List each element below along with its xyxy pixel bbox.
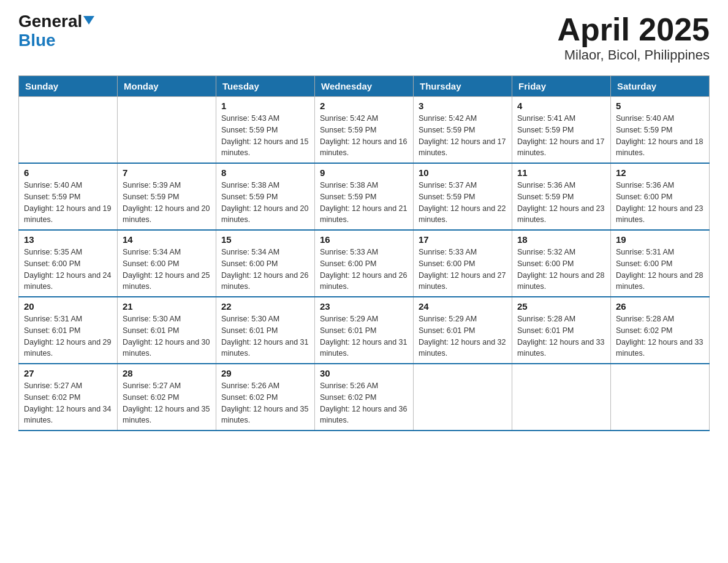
calendar-cell bbox=[512, 364, 611, 431]
day-number: 11 bbox=[517, 167, 605, 178]
day-number: 23 bbox=[320, 301, 408, 312]
day-number: 7 bbox=[123, 167, 211, 178]
calendar-header-tuesday: Tuesday bbox=[216, 76, 315, 97]
calendar-cell: 21Sunrise: 5:30 AMSunset: 6:01 PMDayligh… bbox=[118, 297, 216, 364]
day-number: 21 bbox=[123, 301, 211, 312]
page-title: April 2025 bbox=[557, 12, 710, 47]
day-info: Sunrise: 5:33 AMSunset: 6:00 PMDaylight:… bbox=[419, 247, 507, 293]
calendar-header-sunday: Sunday bbox=[19, 76, 118, 97]
calendar-cell: 23Sunrise: 5:29 AMSunset: 6:01 PMDayligh… bbox=[315, 297, 414, 364]
day-info: Sunrise: 5:27 AMSunset: 6:02 PMDaylight:… bbox=[123, 380, 211, 426]
calendar-cell: 1Sunrise: 5:43 AMSunset: 5:59 PMDaylight… bbox=[216, 97, 315, 164]
day-number: 5 bbox=[616, 101, 704, 111]
day-info: Sunrise: 5:34 AMSunset: 6:00 PMDaylight:… bbox=[123, 247, 211, 293]
day-info: Sunrise: 5:39 AMSunset: 5:59 PMDaylight:… bbox=[123, 180, 211, 226]
calendar-cell: 11Sunrise: 5:36 AMSunset: 5:59 PMDayligh… bbox=[512, 163, 611, 230]
calendar-cell: 15Sunrise: 5:34 AMSunset: 6:00 PMDayligh… bbox=[216, 230, 315, 297]
day-number: 1 bbox=[221, 101, 309, 111]
day-number: 6 bbox=[24, 167, 112, 178]
day-number: 10 bbox=[419, 167, 507, 178]
logo: General Blue bbox=[18, 12, 94, 50]
day-number: 24 bbox=[419, 301, 507, 312]
page-header: General Blue April 2025 Milaor, Bicol, P… bbox=[18, 12, 710, 63]
calendar-cell: 20Sunrise: 5:31 AMSunset: 6:01 PMDayligh… bbox=[19, 297, 118, 364]
day-info: Sunrise: 5:37 AMSunset: 5:59 PMDaylight:… bbox=[419, 180, 507, 226]
calendar-cell: 10Sunrise: 5:37 AMSunset: 5:59 PMDayligh… bbox=[414, 163, 512, 230]
day-number: 9 bbox=[320, 167, 408, 178]
calendar-cell: 12Sunrise: 5:36 AMSunset: 6:00 PMDayligh… bbox=[611, 163, 710, 230]
day-info: Sunrise: 5:40 AMSunset: 5:59 PMDaylight:… bbox=[24, 180, 112, 226]
calendar-cell: 3Sunrise: 5:42 AMSunset: 5:59 PMDaylight… bbox=[414, 97, 512, 164]
day-number: 26 bbox=[616, 301, 704, 312]
day-info: Sunrise: 5:41 AMSunset: 5:59 PMDaylight:… bbox=[517, 113, 605, 159]
calendar-cell: 25Sunrise: 5:28 AMSunset: 6:01 PMDayligh… bbox=[512, 297, 611, 364]
calendar-cell: 13Sunrise: 5:35 AMSunset: 6:00 PMDayligh… bbox=[19, 230, 118, 297]
day-number: 8 bbox=[221, 167, 309, 178]
day-number: 2 bbox=[320, 101, 408, 111]
day-info: Sunrise: 5:34 AMSunset: 6:00 PMDaylight:… bbox=[221, 247, 309, 293]
title-area: April 2025 Milaor, Bicol, Philippines bbox=[557, 12, 710, 63]
calendar-cell: 29Sunrise: 5:26 AMSunset: 6:02 PMDayligh… bbox=[216, 364, 315, 431]
day-number: 16 bbox=[320, 234, 408, 245]
day-number: 14 bbox=[123, 234, 211, 245]
calendar-header-thursday: Thursday bbox=[414, 76, 512, 97]
day-info: Sunrise: 5:40 AMSunset: 5:59 PMDaylight:… bbox=[616, 113, 704, 159]
calendar-week-row: 20Sunrise: 5:31 AMSunset: 6:01 PMDayligh… bbox=[19, 297, 710, 364]
day-info: Sunrise: 5:31 AMSunset: 6:00 PMDaylight:… bbox=[616, 247, 704, 293]
calendar-cell: 18Sunrise: 5:32 AMSunset: 6:00 PMDayligh… bbox=[512, 230, 611, 297]
day-info: Sunrise: 5:33 AMSunset: 6:00 PMDaylight:… bbox=[320, 247, 408, 293]
day-number: 20 bbox=[24, 301, 112, 312]
calendar-header-row: SundayMondayTuesdayWednesdayThursdayFrid… bbox=[19, 76, 710, 97]
calendar-cell: 14Sunrise: 5:34 AMSunset: 6:00 PMDayligh… bbox=[118, 230, 216, 297]
calendar-cell: 24Sunrise: 5:29 AMSunset: 6:01 PMDayligh… bbox=[414, 297, 512, 364]
calendar-cell bbox=[118, 97, 216, 164]
logo-general-text: General bbox=[18, 12, 82, 31]
day-info: Sunrise: 5:38 AMSunset: 5:59 PMDaylight:… bbox=[320, 180, 408, 226]
day-info: Sunrise: 5:27 AMSunset: 6:02 PMDaylight:… bbox=[24, 380, 112, 426]
day-number: 3 bbox=[419, 101, 507, 111]
day-number: 29 bbox=[221, 368, 309, 378]
calendar-cell: 5Sunrise: 5:40 AMSunset: 5:59 PMDaylight… bbox=[611, 97, 710, 164]
calendar-week-row: 1Sunrise: 5:43 AMSunset: 5:59 PMDaylight… bbox=[19, 97, 710, 164]
logo-blue-text: Blue bbox=[18, 31, 94, 50]
calendar-header-wednesday: Wednesday bbox=[315, 76, 414, 97]
calendar-cell bbox=[19, 97, 118, 164]
day-info: Sunrise: 5:26 AMSunset: 6:02 PMDaylight:… bbox=[221, 380, 309, 426]
day-info: Sunrise: 5:30 AMSunset: 6:01 PMDaylight:… bbox=[221, 313, 309, 359]
calendar-cell: 19Sunrise: 5:31 AMSunset: 6:00 PMDayligh… bbox=[611, 230, 710, 297]
calendar-cell: 4Sunrise: 5:41 AMSunset: 5:59 PMDaylight… bbox=[512, 97, 611, 164]
day-number: 28 bbox=[123, 368, 211, 378]
day-info: Sunrise: 5:29 AMSunset: 6:01 PMDaylight:… bbox=[419, 313, 507, 359]
day-info: Sunrise: 5:28 AMSunset: 6:01 PMDaylight:… bbox=[517, 313, 605, 359]
day-info: Sunrise: 5:43 AMSunset: 5:59 PMDaylight:… bbox=[221, 113, 309, 159]
calendar-cell: 30Sunrise: 5:26 AMSunset: 6:02 PMDayligh… bbox=[315, 364, 414, 431]
day-number: 22 bbox=[221, 301, 309, 312]
day-number: 30 bbox=[320, 368, 408, 378]
calendar-header-monday: Monday bbox=[118, 76, 216, 97]
calendar-table: SundayMondayTuesdayWednesdayThursdayFrid… bbox=[18, 75, 710, 431]
calendar-cell: 9Sunrise: 5:38 AMSunset: 5:59 PMDaylight… bbox=[315, 163, 414, 230]
day-info: Sunrise: 5:36 AMSunset: 5:59 PMDaylight:… bbox=[517, 180, 605, 226]
day-number: 25 bbox=[517, 301, 605, 312]
day-info: Sunrise: 5:26 AMSunset: 6:02 PMDaylight:… bbox=[320, 380, 408, 426]
calendar-cell: 8Sunrise: 5:38 AMSunset: 5:59 PMDaylight… bbox=[216, 163, 315, 230]
calendar-cell: 28Sunrise: 5:27 AMSunset: 6:02 PMDayligh… bbox=[118, 364, 216, 431]
day-info: Sunrise: 5:42 AMSunset: 5:59 PMDaylight:… bbox=[320, 113, 408, 159]
calendar-cell: 2Sunrise: 5:42 AMSunset: 5:59 PMDaylight… bbox=[315, 97, 414, 164]
day-number: 4 bbox=[517, 101, 605, 111]
day-info: Sunrise: 5:38 AMSunset: 5:59 PMDaylight:… bbox=[221, 180, 309, 226]
calendar-cell: 7Sunrise: 5:39 AMSunset: 5:59 PMDaylight… bbox=[118, 163, 216, 230]
calendar-cell: 22Sunrise: 5:30 AMSunset: 6:01 PMDayligh… bbox=[216, 297, 315, 364]
calendar-header-friday: Friday bbox=[512, 76, 611, 97]
calendar-week-row: 27Sunrise: 5:27 AMSunset: 6:02 PMDayligh… bbox=[19, 364, 710, 431]
day-number: 18 bbox=[517, 234, 605, 245]
calendar-cell: 27Sunrise: 5:27 AMSunset: 6:02 PMDayligh… bbox=[19, 364, 118, 431]
day-info: Sunrise: 5:42 AMSunset: 5:59 PMDaylight:… bbox=[419, 113, 507, 159]
calendar-cell: 6Sunrise: 5:40 AMSunset: 5:59 PMDaylight… bbox=[19, 163, 118, 230]
calendar-week-row: 13Sunrise: 5:35 AMSunset: 6:00 PMDayligh… bbox=[19, 230, 710, 297]
day-info: Sunrise: 5:35 AMSunset: 6:00 PMDaylight:… bbox=[24, 247, 112, 293]
calendar-cell bbox=[611, 364, 710, 431]
day-info: Sunrise: 5:32 AMSunset: 6:00 PMDaylight:… bbox=[517, 247, 605, 293]
calendar-cell: 16Sunrise: 5:33 AMSunset: 6:00 PMDayligh… bbox=[315, 230, 414, 297]
day-info: Sunrise: 5:31 AMSunset: 6:01 PMDaylight:… bbox=[24, 313, 112, 359]
